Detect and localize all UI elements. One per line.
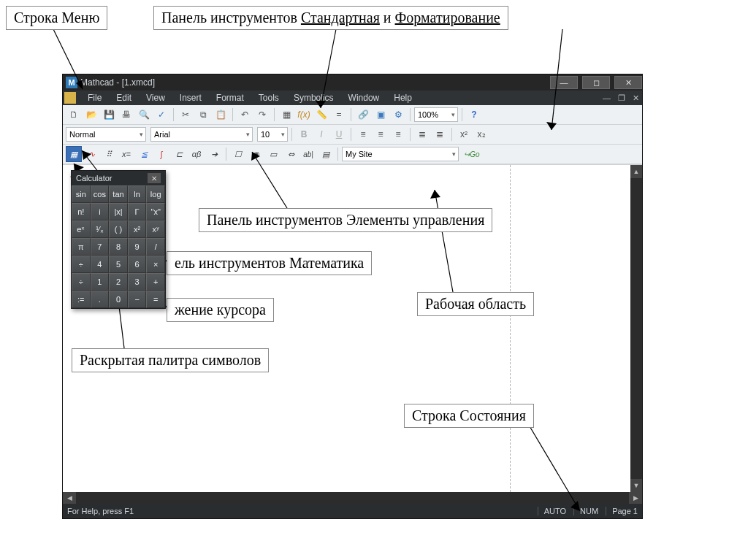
calculator-close-button[interactable]: ✕ (148, 173, 161, 183)
scroll-v-track[interactable] (630, 178, 642, 479)
control-slider-button[interactable]: ⇔ (283, 146, 299, 162)
control-textbox-button[interactable]: ab| (300, 146, 316, 162)
calc-key-6[interactable]: 6 (128, 256, 147, 273)
document-icon[interactable] (64, 92, 76, 104)
calc-key-pi[interactable]: π (72, 238, 91, 256)
font-combo[interactable]: Arial (150, 127, 253, 142)
subscript-button[interactable]: x₂ (473, 126, 489, 142)
calc-key-abs[interactable]: |x| (109, 203, 128, 220)
menu-help[interactable]: Help (386, 93, 419, 103)
font-size-combo[interactable]: 10 (257, 127, 288, 142)
doc-minimize-button[interactable]: — (603, 93, 611, 103)
calculator-title-bar[interactable]: Calculator ✕ (72, 171, 165, 185)
evaluation-palette-button[interactable]: x= (118, 146, 134, 162)
calc-key-dot[interactable]: . (91, 291, 110, 308)
bullets-button[interactable]: ≣ (414, 126, 430, 142)
menu-view[interactable]: View (139, 93, 172, 103)
underline-button[interactable]: U (331, 126, 347, 142)
calc-key-exp[interactable]: eˣ (72, 220, 91, 238)
copy-button[interactable]: ⧉ (195, 107, 211, 123)
align-left-button[interactable]: ≡ (355, 126, 371, 142)
print-preview-button[interactable]: 🔍 (136, 107, 152, 123)
calc-key-parens[interactable]: ( ) (109, 220, 128, 238)
insert-unit-button[interactable]: 📏 (313, 107, 329, 123)
doc-close-button[interactable]: ✕ (633, 93, 639, 103)
calc-key-gamma[interactable]: Γ (128, 203, 147, 220)
calc-key-5[interactable]: 5 (109, 256, 128, 273)
menu-symbolics[interactable]: Symbolics (286, 93, 341, 103)
greek-palette-button[interactable]: αβ (188, 146, 205, 162)
align-center-button[interactable]: ≡ (373, 126, 389, 142)
symbolic-palette-button[interactable]: ➔ (206, 146, 222, 162)
scroll-left-button[interactable]: ◀ (63, 492, 76, 504)
horizontal-scrollbar[interactable]: ◀ ▶ (63, 492, 642, 504)
undo-button[interactable]: ↶ (237, 107, 253, 123)
close-button[interactable]: ✕ (614, 76, 642, 89)
vertical-scrollbar[interactable]: ▲ ▼ (630, 165, 642, 492)
resources-combo[interactable]: My Site (342, 147, 459, 161)
scroll-up-button[interactable]: ▲ (630, 165, 642, 178)
calc-key-4[interactable]: 4 (91, 256, 110, 273)
matrix-palette-button[interactable]: ⠿ (101, 146, 117, 162)
calc-key-plus[interactable]: + (146, 273, 165, 291)
calc-key-0[interactable]: 0 (109, 291, 128, 308)
insert-function-button[interactable]: f(x) (296, 107, 312, 123)
calc-key-multiply[interactable]: × (146, 256, 165, 273)
spellcheck-button[interactable]: ✓ (153, 107, 169, 123)
calc-key-frac[interactable]: ÷ (72, 256, 91, 273)
calculus-palette-button[interactable]: ∫ (153, 146, 169, 162)
calc-key-1[interactable]: 1 (91, 273, 110, 291)
control-checkbox-button[interactable]: ☐ (230, 146, 246, 162)
menu-file[interactable]: File (80, 93, 109, 103)
calc-key-square[interactable]: x² (128, 220, 147, 238)
calc-key-9[interactable]: 9 (128, 238, 147, 256)
calc-key-power[interactable]: xʸ (146, 220, 165, 238)
insert-hyperlink-button[interactable]: 🔗 (355, 107, 371, 123)
calculate-button[interactable]: = (331, 107, 347, 123)
control-listbox-button[interactable]: ▤ (318, 146, 334, 162)
programming-palette-button[interactable]: ⊏ (171, 146, 187, 162)
calc-key-3[interactable]: 3 (128, 273, 147, 291)
open-file-button[interactable]: 📂 (83, 107, 99, 123)
numbering-button[interactable]: ≣ (432, 126, 448, 142)
bold-button[interactable]: B (296, 126, 312, 142)
calc-key-ln[interactable]: ln (128, 185, 147, 203)
calc-key-assign[interactable]: := (72, 291, 91, 308)
control-radio-button[interactable]: ◉ (248, 146, 264, 162)
calc-key-equals[interactable]: = (146, 291, 165, 308)
insert-component-button[interactable]: ▣ (373, 107, 389, 123)
scroll-h-track[interactable] (76, 492, 629, 504)
calc-key-tan[interactable]: tan (109, 185, 128, 203)
scroll-down-button[interactable]: ▼ (630, 479, 642, 492)
calc-key-minus[interactable]: − (128, 291, 147, 308)
calculator-palette-button[interactable]: ▦ (66, 146, 82, 162)
run-script-button[interactable]: ⚙ (390, 107, 406, 123)
go-button[interactable]: ↪ Go (460, 146, 484, 162)
cut-button[interactable]: ✂ (178, 107, 194, 123)
maximize-button[interactable]: ◻ (582, 76, 610, 89)
menu-window[interactable]: Window (341, 93, 387, 103)
calc-key-cos[interactable]: cos (91, 185, 110, 203)
redo-button[interactable]: ↷ (254, 107, 270, 123)
paste-button[interactable]: 📋 (213, 107, 229, 123)
calc-key-2[interactable]: 2 (109, 273, 128, 291)
graph-palette-button[interactable]: ∿ (83, 146, 99, 162)
calc-key-divide2[interactable]: ÷ (72, 273, 91, 291)
new-file-button[interactable]: 🗋 (66, 107, 82, 123)
calc-key-7[interactable]: 7 (91, 238, 110, 256)
calc-key-reciprocal[interactable]: ¹⁄ₓ (91, 220, 110, 238)
superscript-button[interactable]: x² (456, 126, 472, 142)
calc-key-sin[interactable]: sin (72, 185, 91, 203)
minimize-button[interactable]: — (550, 76, 578, 89)
calc-key-divide[interactable]: / (146, 238, 165, 256)
italic-button[interactable]: I (313, 126, 329, 142)
title-bar[interactable]: M Mathcad - [1.xmcd] — ◻ ✕ (63, 74, 642, 91)
calculator-palette[interactable]: Calculator ✕ sin cos tan ln log n! i |x|… (71, 170, 166, 309)
menu-tools[interactable]: Tools (251, 93, 286, 103)
style-combo[interactable]: Normal (66, 127, 146, 142)
menu-insert[interactable]: Insert (172, 93, 209, 103)
calc-key-string[interactable]: "x" (146, 203, 165, 220)
calc-key-log[interactable]: log (146, 185, 165, 203)
align-right-button[interactable]: ≡ (390, 126, 406, 142)
save-file-button[interactable]: 💾 (101, 107, 117, 123)
